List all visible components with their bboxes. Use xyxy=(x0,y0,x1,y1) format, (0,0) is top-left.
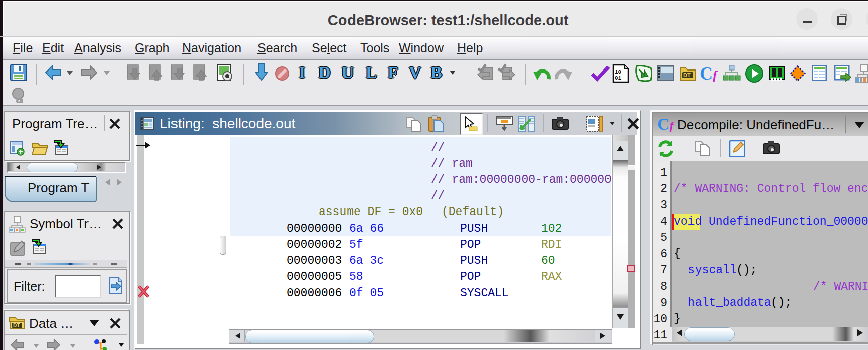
svg-text:01: 01 xyxy=(615,75,622,81)
svg-text:DT: DT xyxy=(13,323,20,328)
svg-text:10: 10 xyxy=(615,69,621,75)
svg-text:DT: DT xyxy=(683,72,691,78)
